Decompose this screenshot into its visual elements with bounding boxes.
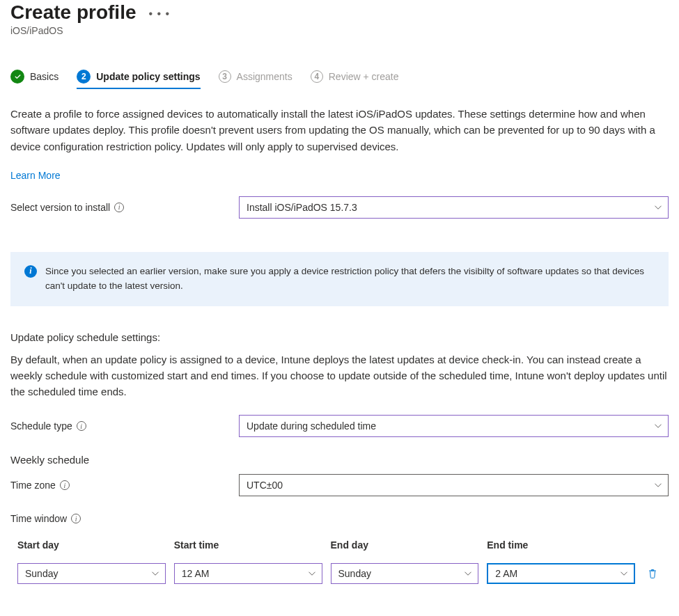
step-update-policy[interactable]: 2 Update policy settings — [77, 70, 200, 89]
step-label: Update policy settings — [96, 71, 200, 82]
step-basics[interactable]: Basics — [10, 70, 58, 89]
delete-icon[interactable] — [647, 568, 658, 579]
step-number: 4 — [311, 70, 323, 83]
schedule-heading: Update policy schedule settings: — [10, 331, 669, 343]
chevron-down-icon — [620, 569, 628, 578]
page-title: Create profile — [10, 1, 136, 24]
start-day-select[interactable]: Sunday — [17, 563, 166, 584]
end-day-select[interactable]: Sunday — [331, 563, 479, 584]
step-assignments[interactable]: 3 Assignments — [219, 70, 292, 88]
col-end-day: End day — [331, 538, 479, 553]
start-day-value: Sunday — [25, 568, 58, 579]
schedule-desc: By default, when an update policy is ass… — [10, 352, 669, 400]
page-header: Create profile • • • iOS/iPadOS — [10, 0, 669, 39]
step-review[interactable]: 4 Review + create — [311, 70, 399, 88]
info-icon: i — [24, 265, 37, 278]
time-window-table: Start day Start time End day End time Su… — [10, 538, 669, 584]
chevron-down-icon — [654, 422, 662, 430]
learn-more-link[interactable]: Learn More — [10, 170, 61, 181]
chevron-down-icon — [654, 203, 662, 212]
schedule-type-row: Schedule type i Update during scheduled … — [10, 415, 669, 437]
page-subtitle: iOS/iPadOS — [10, 25, 669, 36]
schedule-type-label: Schedule type — [10, 420, 72, 432]
description-text: Create a profile to force assigned devic… — [10, 106, 669, 155]
info-icon[interactable]: i — [60, 480, 70, 490]
schedule-type-value: Update during scheduled time — [247, 420, 376, 432]
step-label: Basics — [30, 71, 58, 82]
timezone-row: Time zone i UTC±00 — [10, 474, 669, 496]
weekly-schedule-heading: Weekly schedule — [10, 454, 669, 466]
schedule-type-select[interactable]: Update during scheduled time — [239, 415, 669, 437]
version-row: Select version to install i Install iOS/… — [10, 196, 669, 219]
more-icon[interactable]: • • • — [149, 8, 171, 20]
end-time-value: 2 AM — [495, 568, 517, 579]
chevron-down-icon — [308, 569, 316, 578]
info-icon[interactable]: i — [77, 421, 86, 431]
chevron-down-icon — [464, 569, 472, 578]
time-window-label: Time window — [10, 513, 67, 524]
info-banner: i Since you selected an earlier version,… — [10, 252, 669, 306]
version-select[interactable]: Install iOS/iPadOS 15.7.3 — [239, 196, 669, 219]
start-time-value: 12 AM — [182, 568, 210, 579]
timezone-select[interactable]: UTC±00 — [239, 474, 669, 496]
start-time-select[interactable]: 12 AM — [174, 563, 322, 584]
info-text: Since you selected an earlier version, m… — [45, 264, 655, 294]
wizard-steps: Basics 2 Update policy settings 3 Assign… — [10, 64, 669, 95]
table-row: Sunday 12 AM Sunday — [10, 563, 669, 584]
info-icon[interactable]: i — [71, 514, 81, 523]
table-header-row: Start day Start time End day End time — [10, 538, 669, 553]
check-icon — [10, 70, 24, 84]
end-time-select[interactable]: 2 AM — [487, 563, 635, 584]
time-window-label-row: Time window i — [10, 513, 669, 524]
timezone-value: UTC±00 — [247, 480, 283, 491]
end-day-value: Sunday — [338, 568, 371, 579]
chevron-down-icon — [151, 569, 159, 578]
step-number: 2 — [77, 70, 91, 84]
col-start-day: Start day — [17, 538, 166, 553]
step-number: 3 — [219, 70, 231, 83]
col-end-time: End time — [487, 538, 635, 553]
col-start-time: Start time — [174, 538, 322, 553]
info-icon[interactable]: i — [114, 203, 124, 212]
step-label: Assignments — [237, 71, 292, 82]
chevron-down-icon — [654, 481, 662, 489]
timezone-label: Time zone — [10, 480, 56, 491]
step-label: Review + create — [329, 71, 399, 82]
version-label: Select version to install — [10, 202, 110, 213]
version-value: Install iOS/iPadOS 15.7.3 — [247, 202, 357, 213]
